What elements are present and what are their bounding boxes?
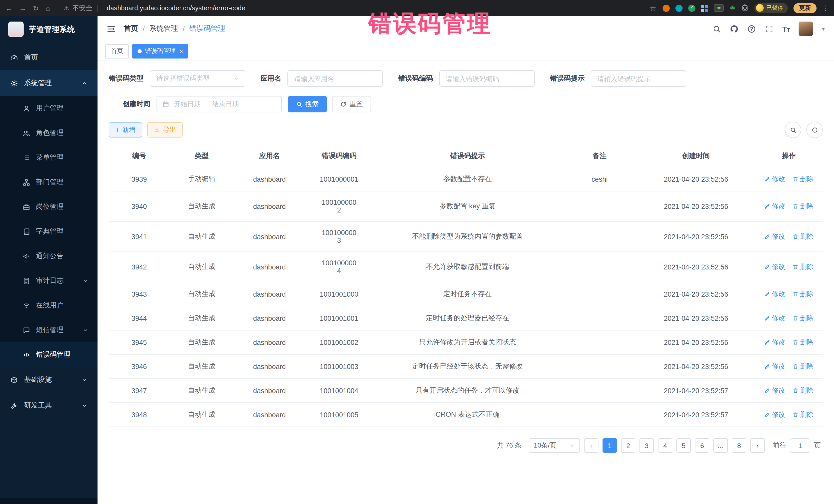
fullscreen-icon[interactable] [765,24,773,33]
page-1-button[interactable]: 1 [602,438,617,453]
app-logo[interactable]: 芋道管理系统 [0,16,97,43]
delete-link[interactable]: 删除 [792,410,813,419]
delete-link[interactable]: 删除 [792,202,813,211]
edit-link[interactable]: 修改 [764,202,785,211]
delete-link[interactable]: 删除 [792,262,813,271]
page-ellipsis[interactable]: … [714,438,728,453]
toggle-search-button[interactable] [785,122,801,138]
breadcrumb-system[interactable]: 系统管理 [149,24,178,34]
avatar-caret-icon[interactable]: ▾ [822,25,825,32]
search-button[interactable]: 搜索 [288,96,327,112]
profile-paused-badge[interactable]: 已暂停 [754,3,788,13]
next-page-button[interactable]: › [750,438,765,453]
col-id: 编号 [109,145,169,167]
back-icon[interactable]: ← [5,4,12,12]
edit-link[interactable]: 修改 [764,338,785,347]
tab-close-icon[interactable]: × [180,48,183,54]
tab-error-code-management[interactable]: 错误码管理 × [132,44,189,58]
address-bar[interactable]: dashboard.yudao.iocoder.cn/system/error-… [107,4,245,12]
prev-page-button[interactable]: ‹ [584,438,598,453]
sidebar-item-online-users[interactable]: 在线用户 [0,293,97,318]
pencil-icon [764,412,770,418]
browser-menu-icon[interactable]: ⋮ [822,4,829,12]
refresh-icon[interactable]: ↻ [33,4,39,12]
page-5-button[interactable]: 5 [676,438,691,453]
browser-update-button[interactable]: 更新 [793,3,816,13]
forward-icon[interactable]: → [19,4,26,12]
cell-remark: ceshi [562,167,637,191]
goto-page-input[interactable] [790,438,810,453]
sidebar-fold-icon[interactable] [107,24,115,33]
edit-link[interactable]: 修改 [764,410,785,419]
edit-link[interactable]: 修改 [764,386,785,395]
sidebar-item-error-code-management[interactable]: 错误码管理 [0,342,97,367]
sidebar-item-role-management[interactable]: 角色管理 [0,120,97,145]
home-icon[interactable]: ⌂ [45,4,50,12]
delete-link[interactable]: 删除 [792,338,813,347]
app-name-input[interactable] [287,70,383,87]
trash-icon [792,339,798,345]
cell-code: 1001001005 [305,403,373,427]
user-avatar[interactable] [799,22,813,36]
page-size-select[interactable]: 10条/页 [529,438,580,453]
export-button[interactable]: 导出 [147,122,183,137]
extension-grid-icon[interactable] [701,4,708,12]
sidebar-item-user-management[interactable]: 用户管理 [0,96,97,120]
sidebar-item-dept-management[interactable]: 部门管理 [0,170,97,195]
delete-link[interactable]: 删除 [792,313,813,323]
add-button[interactable]: + 新增 [109,122,142,137]
page-2-button[interactable]: 2 [621,438,635,453]
sidebar-item-notice[interactable]: 通知公告 [0,244,97,268]
delete-link[interactable]: 删除 [792,386,813,395]
edit-link[interactable]: 修改 [764,362,785,371]
delete-link[interactable]: 删除 [792,289,813,299]
error-hint-input[interactable] [591,70,686,87]
reset-button[interactable]: 重置 [332,96,371,112]
font-size-icon[interactable]: TT [782,25,790,32]
extension-green-icon[interactable] [688,4,696,12]
extension-teal-icon[interactable] [676,4,683,12]
app-header: 首页 / 系统管理 / 错误码管理 TT ▾ [97,16,834,42]
search-icon [296,101,302,107]
users-icon [23,129,30,137]
help-icon[interactable] [747,24,756,33]
sidebar-item-home[interactable]: 首页 [0,45,97,70]
tab-home[interactable]: 首页 [105,44,129,58]
date-range-picker[interactable]: 开始日期 - 结束日期 [156,96,282,112]
page-4-button[interactable]: 4 [658,438,672,453]
breadcrumb-home[interactable]: 首页 [124,24,138,34]
cube-icon [10,376,18,384]
edit-link[interactable]: 修改 [764,313,785,323]
sidebar-item-audit-log[interactable]: 审计日志 [0,268,97,293]
sidebar-group-dev-tools[interactable]: 研发工具 [0,393,97,418]
sidebar-footer-bar[interactable] [0,498,97,504]
cell-remark [562,252,637,282]
sidebar-item-dict-management[interactable]: 字典管理 [0,219,97,244]
extension-red-icon[interactable] [663,4,670,12]
extension-on-badge[interactable]: on [714,4,724,12]
sidebar-group-system[interactable]: 系统管理 [0,70,97,96]
edit-link[interactable]: 修改 [764,262,785,271]
bookmark-star-icon[interactable]: ☆ [650,4,656,12]
page-8-button[interactable]: 8 [732,438,746,453]
github-icon[interactable] [730,24,739,33]
page-6-button[interactable]: 6 [695,438,709,453]
site-security[interactable]: ⚠ 不安全 [64,3,100,13]
puzzle-icon[interactable] [741,4,749,12]
extension-leaf-icon[interactable]: ☘ [729,4,736,12]
delete-link[interactable]: 删除 [792,232,813,241]
refresh-table-button[interactable] [806,122,823,138]
edit-link[interactable]: 修改 [764,175,785,184]
error-type-select[interactable]: 请选择错误码类型 [150,70,245,87]
delete-link[interactable]: 删除 [792,175,813,184]
sidebar-item-post-management[interactable]: 岗位管理 [0,195,97,219]
sidebar-group-infrastructure[interactable]: 基础设施 [0,367,97,393]
edit-link[interactable]: 修改 [764,289,785,299]
sidebar-item-sms-management[interactable]: 短信管理 [0,318,97,342]
search-icon[interactable] [712,24,721,33]
error-code-input[interactable] [439,70,534,87]
delete-link[interactable]: 删除 [792,362,813,371]
sidebar-item-menu-management[interactable]: 菜单管理 [0,145,97,170]
page-3-button[interactable]: 3 [639,438,654,453]
edit-link[interactable]: 修改 [764,232,785,241]
